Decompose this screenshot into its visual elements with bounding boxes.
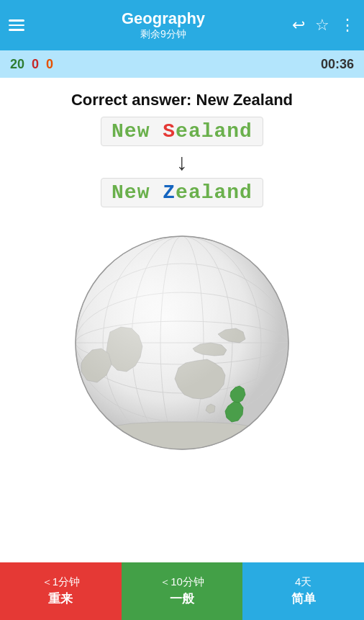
- star-icon[interactable]: ☆: [315, 16, 329, 35]
- wrong-letter: S: [163, 120, 176, 143]
- app-title: Geography: [122, 9, 205, 28]
- btn-easy-line2: 简单: [291, 590, 316, 607]
- globe-svg: [67, 228, 297, 458]
- header-title-area: Geography 剩余9分钟: [35, 9, 292, 41]
- answer-correct: New Zealand: [101, 178, 263, 207]
- more-icon[interactable]: ⋮: [340, 16, 355, 35]
- score-counts: 20 0 0: [10, 57, 53, 72]
- btn-normal-line1: ＜10分钟: [160, 575, 204, 589]
- btn-normal-line2: 一般: [170, 590, 194, 607]
- undo-icon[interactable]: ↩: [292, 16, 305, 35]
- btn-restart[interactable]: ＜1分钟 重来: [0, 562, 122, 620]
- wrong-count: 0: [32, 57, 39, 72]
- header: Geography 剩余9分钟 ↩ ☆ ⋮: [0, 0, 364, 50]
- btn-easy[interactable]: 4天 简单: [242, 562, 364, 620]
- globe-container: [60, 220, 304, 465]
- timer: 00:36: [321, 57, 354, 72]
- correct-special: Z: [163, 181, 176, 204]
- btn-easy-line1: 4天: [295, 575, 311, 589]
- skip-count: 0: [46, 57, 53, 72]
- btn-restart-line1: ＜1分钟: [42, 575, 80, 589]
- main-content: Correct answer: New Zealand New Sealand …: [0, 78, 364, 465]
- header-icons: ↩ ☆ ⋮: [292, 16, 355, 35]
- correct-count: 20: [10, 57, 24, 72]
- btn-normal[interactable]: ＜10分钟 一般: [122, 562, 243, 620]
- arrow-down: ↓: [176, 150, 188, 174]
- bottom-buttons: ＜1分钟 重来 ＜10分钟 一般 4天 简单: [0, 562, 364, 620]
- btn-restart-line2: 重来: [48, 590, 73, 607]
- score-bar: 20 0 0 00:36: [0, 50, 364, 78]
- correct-answer-label: Correct answer: New Zealand: [71, 91, 293, 109]
- menu-icon[interactable]: [9, 19, 24, 31]
- app-subtitle: 剩余9分钟: [140, 28, 186, 41]
- svg-point-11: [76, 236, 288, 449]
- answer-wrong: New Sealand: [101, 117, 263, 146]
